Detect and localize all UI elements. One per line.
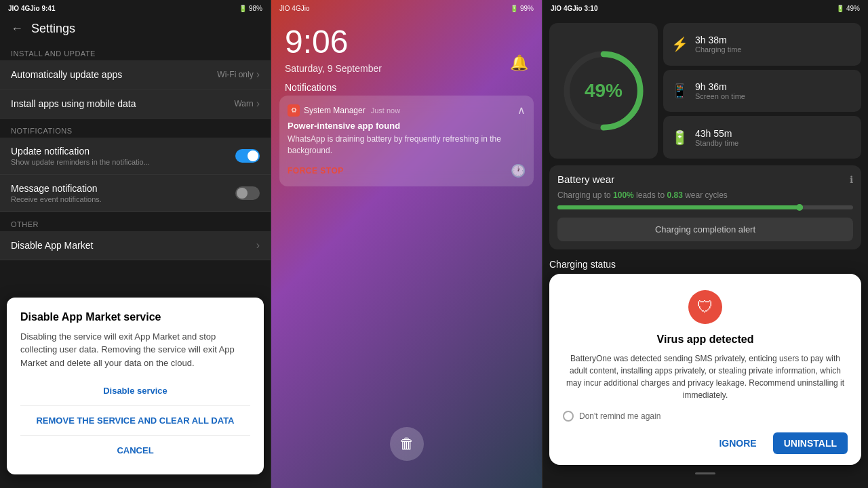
nav-indicator: [695, 472, 715, 474]
message-notif-title: Message notification: [11, 183, 235, 194]
status-bar-s2: JIO 4GJio 🔋 99%: [271, 0, 542, 16]
standby-time-label: Standby time: [695, 139, 738, 147]
screen-time-value: 9h 36m: [695, 81, 745, 92]
charge-icon: ⚡: [671, 36, 688, 52]
charge-time-value: 3h 38m: [695, 35, 741, 45]
virus-icon: 🛡: [688, 290, 722, 324]
auto-update-value: Wi-Fi only: [217, 70, 253, 79]
message-notif-toggle[interactable]: [235, 186, 260, 200]
ignore-button[interactable]: IGNORE: [708, 432, 767, 454]
notif-body: WhatsApp is draining battery by frequent…: [288, 134, 526, 157]
battery-wear-section: Battery wear ℹ Charging up to 100% leads…: [549, 165, 861, 249]
section-notifications: Notifications: [0, 119, 271, 138]
lock-time: 9:06: [271, 16, 542, 60]
update-notif-sub: Show update reminders in the notificatio…: [11, 158, 235, 166]
notif-app-icon: ⚙: [288, 104, 300, 117]
message-notification-item[interactable]: Message notification Receive event notif…: [0, 175, 271, 212]
charging-alert-button[interactable]: Charging completion alert: [557, 218, 853, 241]
status-bar-s3: JIO 4GJio 3:10 🔋 49%: [542, 0, 868, 16]
notifications-label: Notifications: [271, 77, 542, 96]
settings-screen: JIO 4GJio 9:41 🔋 98% ← Settings INSTALL …: [0, 0, 271, 488]
uninstall-button[interactable]: UNINSTALL: [773, 432, 848, 454]
trash-button[interactable]: 🗑: [390, 427, 424, 461]
dont-remind-row[interactable]: Don't remind me again: [563, 411, 848, 422]
carrier-s2: JIO 4GJio: [279, 5, 309, 12]
dont-remind-radio[interactable]: [563, 411, 574, 422]
battery-s2: 🔋 99%: [510, 5, 534, 12]
chevron-icon-1: ›: [256, 68, 260, 81]
dont-remind-text: Don't remind me again: [579, 411, 660, 421]
install-mobile-title: Install apps using mobile data: [11, 98, 234, 109]
charge-time-label: Charging time: [695, 45, 741, 54]
back-arrow[interactable]: ←: [11, 22, 23, 36]
notif-title: Power-intensive app found: [288, 121, 526, 131]
notif-app-name: System Manager: [304, 106, 366, 115]
battery-icon-s2: 🔋: [510, 5, 518, 12]
carrier-s1: JIO 4GJio 9:41: [8, 5, 55, 12]
update-notification-item[interactable]: Update notification Show update reminder…: [0, 138, 271, 175]
settings-header: ← Settings: [0, 16, 271, 41]
sheet-body: Disabling the service will exit App Mark…: [20, 330, 250, 370]
charge-time-card: ⚡ 3h 38m Charging time: [663, 23, 861, 66]
standby-icon: 🔋: [671, 129, 688, 146]
settings-title: Settings: [31, 22, 75, 36]
virus-body: BatteryOne was detected sending SMS priv…: [563, 352, 848, 401]
clock-icon[interactable]: 🕐: [511, 163, 526, 178]
virus-title: Virus app detected: [563, 333, 848, 346]
charging-status-label: Charging status: [542, 255, 868, 274]
wear-progress-dot: [796, 204, 803, 211]
battery-s1: 🔋 98%: [239, 5, 262, 12]
dialog-buttons: IGNORE UNINSTALL: [563, 432, 848, 454]
notif-time: Just now: [371, 106, 400, 115]
update-notif-title: Update notification: [11, 146, 235, 157]
section-install-update: INSTALL AND UPDATE: [0, 41, 271, 60]
screen-time-label: Screen on time: [695, 92, 745, 100]
info-icon[interactable]: ℹ: [850, 174, 853, 185]
lock-date: Saturday, 9 September: [271, 60, 542, 77]
battery-screen: JIO 4GJio 3:10 🔋 49% 49% ⚡: [542, 0, 868, 488]
wear-text: Charging up to 100% leads to 0.83 wear c…: [557, 190, 853, 200]
wear-progress-bar: [557, 205, 853, 209]
disable-service-button[interactable]: Disable service: [20, 380, 250, 401]
battery-icon-s1: 🔋: [239, 5, 247, 12]
collapse-icon[interactable]: ∧: [517, 104, 526, 117]
battery-percent: 49%: [585, 80, 623, 102]
sheet-title: Disable App Market service: [20, 311, 250, 323]
install-mobile-value: Warn: [234, 99, 253, 108]
remove-service-button[interactable]: REMOVE THE SERVICE AND CLEAR ALL DATA: [20, 410, 250, 431]
disable-service-sheet: Disable App Market service Disabling the…: [7, 298, 264, 475]
force-stop-button[interactable]: FORCE STOP: [288, 166, 344, 176]
battery-times: ⚡ 3h 38m Charging time 📱 9h 36m Screen o…: [663, 23, 861, 159]
battery-circle: 49%: [549, 23, 658, 159]
standby-time-card: 🔋 43h 55m Standby time: [663, 116, 861, 159]
lock-screen: JIO 4GJio 🔋 99% 9:06 Saturday, 9 Septemb…: [271, 0, 542, 488]
status-bar-s1: JIO 4GJio 9:41 🔋 98%: [0, 0, 271, 16]
battery-info-row: 49% ⚡ 3h 38m Charging time 📱 9h 36m Scre…: [542, 16, 868, 165]
notification-card: ⚙ System Manager Just now ∧ Power-intens…: [279, 96, 534, 186]
screen-icon: 📱: [671, 83, 688, 99]
section-other: Other: [0, 212, 271, 231]
battery-s3: 🔋 49%: [836, 5, 860, 12]
update-notif-toggle[interactable]: [235, 149, 260, 163]
disable-appmarket-title: Disable App Market: [11, 240, 256, 251]
nav-bar-s3: [542, 465, 868, 481]
carrier-s3: JIO 4GJio 3:10: [551, 5, 597, 12]
message-notif-sub: Receive event notifications.: [11, 195, 235, 203]
battery-icon-s3: 🔋: [836, 5, 844, 12]
wear-title: Battery wear: [557, 174, 614, 185]
disable-appmarket-item[interactable]: Disable App Market ›: [0, 231, 271, 260]
wear-progress-fill: [557, 205, 803, 209]
chevron-icon-3: ›: [256, 239, 260, 251]
standby-time-value: 43h 55m: [695, 128, 738, 139]
auto-update-title: Automatically update apps: [11, 69, 217, 80]
auto-update-item[interactable]: Automatically update apps Wi-Fi only ›: [0, 60, 271, 89]
virus-dialog: 🛡 Virus app detected BatteryOne was dete…: [549, 274, 861, 465]
bell-icon[interactable]: 🔔: [510, 54, 528, 72]
screen-time-card: 📱 9h 36m Screen on time: [663, 70, 861, 113]
chevron-icon-2: ›: [256, 98, 260, 110]
cancel-button[interactable]: CANCEL: [20, 440, 250, 461]
install-mobile-data-item[interactable]: Install apps using mobile data Warn ›: [0, 89, 271, 119]
